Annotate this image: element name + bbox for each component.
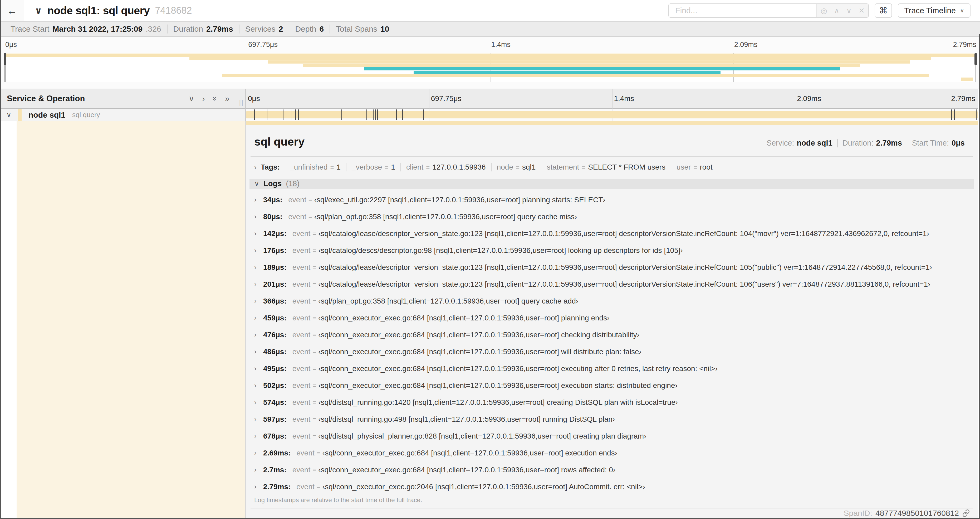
ruler-time-label: 1.4ms — [612, 94, 634, 103]
chevron-right-icon: › — [254, 449, 263, 457]
chevron-right-icon: › — [254, 466, 263, 474]
log-field-key: event — [293, 246, 310, 255]
prev-result-icon[interactable]: ∧ — [834, 6, 840, 15]
chevron-right-icon: › — [254, 348, 263, 356]
log-equals: = — [312, 230, 316, 237]
span-duration-bar[interactable] — [246, 111, 978, 118]
timeline-header-row: Service & Operation ∨ › » » || 0μs697.75… — [0, 89, 980, 109]
deep-link-icon[interactable] — [962, 509, 970, 517]
tags-row[interactable]: › Tags: _unfinished=1_verbose=1client=12… — [250, 163, 974, 171]
log-entry[interactable]: ›189μs:event=‹sql/catalog/lease/descript… — [250, 259, 974, 276]
log-entry[interactable]: ›142μs:event=‹sql/catalog/lease/descript… — [250, 225, 974, 242]
log-entry[interactable]: ›502μs:event=‹sql/conn_executor_exec.go:… — [250, 377, 974, 394]
timeline-ruler: 0μs697.75μs1.4ms2.09ms2.79ms — [246, 89, 978, 109]
log-equals: = — [312, 264, 316, 271]
collapse-all-icon[interactable]: » — [225, 95, 229, 102]
detail-divider — [251, 156, 973, 156]
tag-key: client — [406, 163, 423, 171]
detail-meta-value: 2.79ms — [876, 139, 902, 147]
log-entry[interactable]: ›2.79ms:event=‹sql/conn_executor_exec.go… — [250, 478, 974, 495]
chevron-down-icon: ∨ — [960, 7, 964, 14]
log-equals: = — [312, 281, 316, 288]
log-field-value: ‹sql/conn_executor_exec.go:684 [nsql1,cl… — [323, 449, 617, 457]
minimap-right-scrubber-handle[interactable] — [974, 53, 977, 65]
detail-panel: sql query Service:node sql1Duration:2.79… — [246, 121, 978, 518]
collapse-trace-chevron-icon[interactable]: ∨ — [35, 5, 42, 16]
tag-value: root — [700, 163, 712, 171]
view-selector-button[interactable]: Trace Timeline ∨ — [898, 3, 970, 18]
chevron-right-icon: › — [254, 196, 263, 204]
summary-suffix: .326 — [146, 24, 161, 34]
ruler-time-label: 697.75μs — [429, 94, 461, 103]
log-entry[interactable]: ›678μs:event=‹sql/distsql_physical_plann… — [250, 428, 974, 445]
find-input[interactable] — [669, 4, 816, 17]
next-result-icon[interactable]: ∨ — [846, 6, 852, 15]
detail-meta: Service:node sql1Duration:2.79msStart Ti… — [762, 139, 969, 147]
log-field-key: event — [293, 230, 310, 238]
span-row[interactable]: ∨ node sql1 sql query — [0, 109, 980, 121]
minimap-span-bar — [364, 67, 840, 70]
keyboard-shortcuts-button[interactable]: ⌘ — [875, 3, 892, 18]
log-entry[interactable]: ›486μs:event=‹sql/conn_executor_exec.go:… — [250, 343, 974, 360]
ruler-time-label: 0μs — [246, 94, 260, 103]
summary-value: 2 — [279, 24, 283, 34]
log-entry[interactable]: ›176μs:event=‹sql/catalog/descs/descript… — [250, 242, 974, 259]
log-entry[interactable]: ›2.69ms:event=‹sql/conn_executor_exec.go… — [250, 445, 974, 462]
span-bar-cell[interactable] — [246, 109, 978, 121]
summary-value: 2.79ms — [206, 24, 233, 34]
log-timestamp: 34μs: — [263, 196, 282, 204]
log-field-key: event — [293, 381, 310, 390]
collapse-children-chevron-icon[interactable]: ∨ — [6, 111, 11, 119]
log-equals: = — [309, 213, 312, 220]
log-timestamp: 176μs: — [263, 246, 286, 255]
trace-minimap: 0μs697.75μs1.4ms2.09ms2.79ms — [0, 37, 980, 89]
log-timestamp: 142μs: — [263, 230, 286, 238]
span-accent-bar — [246, 121, 978, 125]
chevron-right-icon: › — [254, 230, 263, 237]
minimap-left-scrubber-handle[interactable] — [4, 53, 6, 65]
log-entry[interactable]: ›476μs:event=‹sql/conn_executor_exec.go:… — [250, 326, 974, 343]
summary-item: Trace StartMarch 31 2022, 17:25:09.326 — [5, 24, 167, 34]
summary-item: Duration2.79ms — [167, 24, 239, 34]
log-field-value: ‹sql/conn_executor_exec.go:684 [nsql1,cl… — [318, 466, 616, 474]
log-entry[interactable]: ›2.7ms:event=‹sql/conn_executor_exec.go:… — [250, 462, 974, 478]
logs-header[interactable]: ∨ Logs (18) — [250, 179, 974, 189]
log-entry[interactable]: ›495μs:event=‹sql/conn_executor_exec.go:… — [250, 360, 974, 377]
expand-one-level-icon[interactable]: › — [202, 95, 205, 102]
chevron-right-icon: › — [254, 415, 263, 423]
tag-key: _unfinished — [290, 163, 328, 171]
log-equals: = — [312, 466, 316, 474]
span-name-cell[interactable]: ∨ node sql1 sql query — [0, 109, 246, 121]
locate-icon[interactable]: ◎ — [821, 6, 827, 15]
collapse-one-level-icon[interactable]: ∨ — [189, 95, 194, 102]
log-event-tick — [402, 109, 403, 120]
tag-item: user=root — [671, 163, 718, 171]
log-entry[interactable]: ›34μs:event=‹sql/exec_util.go:2297 [nsql… — [250, 192, 974, 208]
chevron-right-icon: › — [254, 314, 263, 322]
log-equals: = — [317, 449, 320, 457]
log-equals: = — [309, 196, 312, 204]
minimap-time-label: 697.75μs — [248, 41, 278, 49]
log-field-value: ‹sql/conn_executor_exec.go:684 [nsql1,cl… — [318, 348, 641, 356]
tag-item: _verbose=1 — [346, 163, 401, 171]
log-entry[interactable]: ›574μs:event=‹sql/distsql_running.go:142… — [250, 394, 974, 411]
tag-key: user — [676, 163, 691, 171]
clear-search-icon[interactable]: ✕ — [859, 6, 865, 15]
back-button[interactable]: ← — [0, 0, 24, 21]
log-field-value: ‹sql/conn_executor_exec.go:684 [nsql1,cl… — [318, 364, 718, 373]
expand-all-icon[interactable]: » — [211, 96, 219, 101]
chevron-right-icon: › — [254, 163, 256, 171]
tags-label: Tags: — [261, 163, 280, 171]
logs-list: ›34μs:event=‹sql/exec_util.go:2297 [nsql… — [250, 192, 974, 495]
minimap-span-bar — [961, 78, 973, 81]
minimap-canvas[interactable] — [5, 53, 976, 82]
log-entry[interactable]: ›597μs:event=‹sql/distsql_running.go:498… — [250, 411, 974, 428]
log-entry[interactable]: ›80μs:event=‹sql/plan_opt.go:358 [nsql1,… — [250, 208, 974, 225]
log-field-value: ‹sql/plan_opt.go:358 [nsql1,client=127.0… — [318, 297, 578, 305]
summary-label: Total Spans — [336, 24, 377, 34]
log-entry[interactable]: ›201μs:event=‹sql/catalog/lease/descript… — [250, 276, 974, 293]
log-entry[interactable]: ›459μs:event=‹sql/conn_executor_exec.go:… — [250, 310, 974, 326]
chevron-right-icon: › — [254, 365, 263, 372]
column-resizer-grip[interactable]: || — [239, 98, 244, 107]
log-entry[interactable]: ›366μs:event=‹sql/plan_opt.go:358 [nsql1… — [250, 293, 974, 310]
